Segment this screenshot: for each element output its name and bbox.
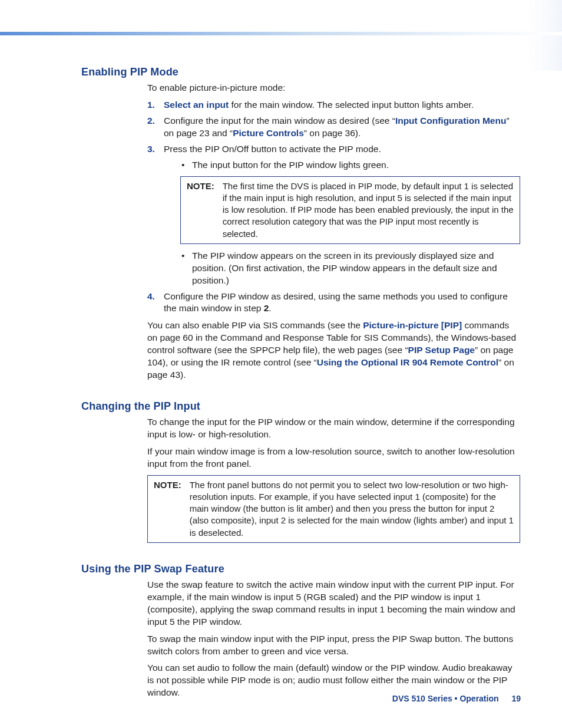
step3-text: Press the PIP On/Off button to activate … [164,144,381,154]
step-number: 3. [147,143,155,156]
step2-a: Configure the input for the main window … [164,116,395,126]
step4-a: Configure the PIP window as desired, usi… [164,291,508,314]
note-box: NOTE: The front panel buttons do not per… [147,475,520,543]
intro-text: To enable picture-in-picture mode: [147,82,520,94]
step4-b: . [269,303,271,313]
step-4: 4. Configure the PIP window as desired, … [147,291,520,315]
heading-changing-pip: Changing the PIP Input [81,400,520,413]
link-ir-remote[interactable]: Using the Optional IR 904 Remote Control [317,357,498,367]
section1-body: To enable picture-in-picture mode: 1. Se… [147,82,520,381]
step-2: 2. Configure the input for the main wind… [147,115,520,140]
section3-body: Use the swap feature to switch the activ… [147,579,520,699]
note-text: The first time the DVS is placed in PIP … [214,177,520,243]
step2-c: ” on page 36). [304,128,361,138]
page-number: 19 [511,694,521,703]
step1-rest: for the main window. The selected input … [229,100,474,110]
page-footer: DVS 510 Series • Operation 19 [392,694,521,703]
section2-body: To change the input for the PIP window o… [147,416,520,543]
s3-p1: Use the swap feature to switch the activ… [147,579,520,628]
link-picture-controls[interactable]: Picture Controls [233,128,304,138]
step-3: 3. Press the PIP On/Off button to activa… [147,143,520,287]
steps-list: 1. Select an input for the main window. … [147,99,520,315]
note-text: The front panel buttons do not permit yo… [181,476,520,542]
page-content: Enabling PIP Mode To enable picture-in-p… [81,66,520,704]
note-box: NOTE: The first time the DVS is placed i… [180,176,520,244]
heading-enabling-pip: Enabling PIP Mode [81,66,520,78]
heading-pip-swap: Using the PIP Swap Feature [81,563,520,575]
s2-p1: To change the input for the PIP window o… [147,416,520,441]
bullet-item: The PIP window appears on the screen in … [180,250,520,287]
bullet-item: The input button for the PIP window ligh… [180,159,520,172]
s2-p2: If your main window image is from a low-… [147,446,520,470]
closing-para: You can also enable PIP via SIS commands… [147,319,520,381]
note-label: NOTE: [181,177,214,243]
link-input-config-menu[interactable]: Input Configuration Menu [395,116,507,126]
decorative-fade [527,0,562,71]
footer-text: DVS 510 Series • Operation [392,694,499,703]
step-number: 4. [147,291,155,303]
link-pip-sis[interactable]: Picture-in-picture [PIP] [363,320,462,330]
step3-sublist: The input button for the PIP window ligh… [180,159,520,172]
step-1: 1. Select an input for the main window. … [147,99,520,111]
link-pip-setup-page[interactable]: PIP Setup Page [408,345,475,355]
header-rule [0,32,562,35]
note-label: NOTE: [148,476,181,542]
pa: You can also enable PIP via SIS commands… [147,320,363,330]
page: Enabling PIP Mode To enable picture-in-p… [0,0,562,728]
step-number: 2. [147,115,155,127]
link-select-input[interactable]: Select an input [164,100,229,110]
s3-p2: To swap the main window input with the P… [147,633,520,658]
step-number: 1. [147,99,155,111]
step3-sublist-2: The PIP window appears on the screen in … [180,250,520,287]
